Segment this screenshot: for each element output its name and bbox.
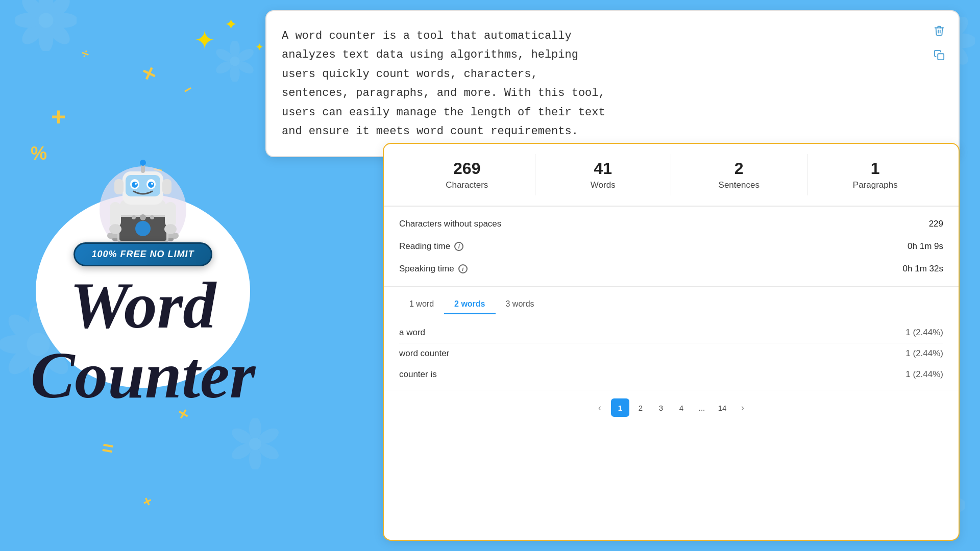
page-3-button[interactable]: 3 [652, 398, 670, 417]
svg-rect-71 [162, 179, 172, 194]
detail-chars-no-spaces-label: Characters without spaces [399, 219, 501, 229]
stat-characters-number: 269 [404, 159, 530, 178]
stat-words: 41 Words [535, 154, 672, 195]
page-14-button[interactable]: 14 [713, 398, 731, 417]
freq-count-0: 1 (2.44%) [905, 328, 943, 338]
tab-1-word[interactable]: 1 word [399, 295, 444, 314]
svg-point-78 [150, 215, 154, 219]
detail-chars-no-spaces: Characters without spaces 229 [399, 213, 943, 235]
svg-point-67 [148, 182, 154, 188]
freq-item-1: word counter 1 (2.44%) [399, 343, 943, 364]
svg-point-62 [140, 160, 146, 166]
freq-phrase-1: word counter [399, 348, 449, 359]
page-next-button[interactable]: › [733, 398, 752, 417]
page-ellipsis: ... [693, 398, 711, 417]
svg-point-76 [140, 214, 146, 220]
page-prev-button[interactable]: ‹ [591, 398, 609, 417]
detail-rows: Characters without spaces 229 Reading ti… [384, 207, 959, 287]
app-title: Word Counter [31, 269, 256, 408]
svg-point-59 [135, 221, 151, 236]
stat-words-number: 41 [541, 159, 666, 178]
frequency-tabs: 1 word 2 words 3 words [399, 295, 943, 314]
page-2-button[interactable]: 2 [631, 398, 650, 417]
svg-point-75 [164, 224, 177, 234]
frequency-section: 1 word 2 words 3 words a word 1 (2.44%) … [384, 287, 959, 390]
detail-reading-time-label: Reading time i [399, 241, 463, 252]
stat-words-label: Words [541, 180, 666, 190]
freq-phrase-2: counter is [399, 369, 437, 380]
detail-speaking-time-value: 0h 1m 32s [903, 264, 943, 274]
stat-paragraphs-label: Paragraphs [813, 180, 939, 190]
freq-item-0: a word 1 (2.44%) [399, 322, 943, 343]
freq-count-1: 1 (2.44%) [905, 348, 943, 359]
free-badge: 100% FREE NO LIMIT [74, 242, 212, 266]
svg-rect-73 [165, 202, 176, 228]
svg-point-77 [132, 215, 136, 219]
svg-point-68 [135, 183, 137, 185]
text-input-area[interactable]: A word counter is a tool that automatica… [265, 10, 960, 157]
stats-panel: 269 Characters 41 Words 2 Sentences 1 Pa… [383, 143, 960, 541]
stat-characters: 269 Characters [399, 154, 535, 195]
tab-2-words[interactable]: 2 words [444, 295, 495, 314]
freq-count-2: 1 (2.44%) [905, 369, 943, 380]
detail-chars-no-spaces-value: 229 [929, 219, 943, 229]
detail-reading-time-value: 0h 1m 9s [908, 241, 943, 252]
freq-item-2: counter is 1 (2.44%) [399, 364, 943, 385]
detail-reading-time: Reading time i 0h 1m 9s [399, 235, 943, 258]
svg-rect-70 [114, 179, 124, 194]
svg-rect-72 [110, 202, 121, 228]
freq-phrase-0: a word [399, 328, 425, 338]
pagination: ‹ 1 2 3 4 ... 14 › [384, 390, 959, 425]
page-4-button[interactable]: 4 [672, 398, 691, 417]
detail-speaking-time: Speaking time i 0h 1m 32s [399, 258, 943, 280]
stat-characters-label: Characters [404, 180, 530, 190]
text-content[interactable]: A word counter is a tool that automatica… [282, 27, 928, 141]
speaking-time-info-icon[interactable]: i [458, 264, 468, 273]
stat-sentences-label: Sentences [676, 180, 802, 190]
trash-button[interactable] [930, 21, 948, 40]
svg-rect-79 [938, 54, 944, 60]
svg-point-74 [109, 224, 121, 234]
stat-sentences-number: 2 [676, 159, 802, 178]
robot-illustration [92, 143, 194, 258]
page-1-button[interactable]: 1 [611, 398, 629, 417]
stat-paragraphs: 1 Paragraphs [807, 154, 944, 195]
reading-time-info-icon[interactable]: i [454, 242, 463, 251]
title-word: Word [31, 269, 256, 342]
frequency-list: a word 1 (2.44%) word counter 1 (2.44%) … [399, 322, 943, 390]
tab-3-words[interactable]: 3 words [496, 295, 545, 314]
svg-point-66 [132, 182, 138, 188]
title-counter: Counter [31, 342, 256, 408]
detail-speaking-time-label: Speaking time i [399, 264, 468, 274]
icon-toolbar [930, 21, 948, 64]
copy-button[interactable] [930, 46, 948, 64]
stat-paragraphs-number: 1 [813, 159, 939, 178]
stat-sentences: 2 Sentences [671, 154, 807, 195]
svg-point-69 [151, 183, 153, 185]
stats-grid: 269 Characters 41 Words 2 Sentences 1 Pa… [384, 144, 959, 207]
